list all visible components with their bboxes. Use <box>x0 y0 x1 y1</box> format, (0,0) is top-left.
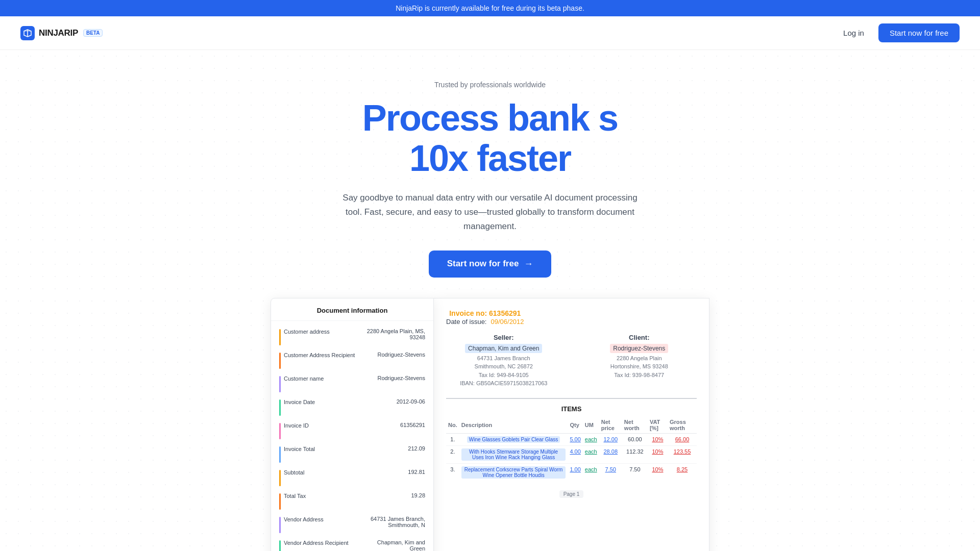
logo-area: NINJARIP BETA <box>20 26 103 40</box>
field-label: Subtotal <box>284 469 304 477</box>
item-netprice: 12.00 <box>599 433 622 445</box>
field-label-wrap: Customer name <box>279 375 351 392</box>
parties-row: Seller: Chapman, Kim and Green 64731 Jam… <box>446 334 697 388</box>
client-tax: Tax Id: 939-98-8477 <box>582 371 697 380</box>
preview-area: Document information Customer address 22… <box>260 298 720 551</box>
banner-text: NinjaRip is currently available for free… <box>396 4 584 12</box>
field-color-dot <box>279 517 281 533</box>
start-hero-button[interactable]: Start now for free → <box>429 251 552 278</box>
field-label-wrap: Subtotal <box>279 469 351 486</box>
field-label: Customer name <box>284 375 324 383</box>
logo-beta-badge: BETA <box>83 29 103 37</box>
field-color-dot <box>279 446 281 463</box>
hero-title: Process bank s 10x faster <box>10 98 970 179</box>
field-value: 19.28 <box>411 492 425 498</box>
item-desc: Wine Glasses Goblets Pair Clear Glass <box>459 433 568 445</box>
panel-left: Document information Customer address 22… <box>271 298 434 551</box>
field-label: Customer address <box>284 328 330 336</box>
seller-name: Chapman, Kim and Green <box>465 344 542 353</box>
item-netprice: 7.50 <box>599 463 622 481</box>
login-button[interactable]: Log in <box>837 24 870 41</box>
item-networth: 60.00 <box>622 433 648 445</box>
field-label: Total Tax <box>284 492 306 500</box>
th-vat: VAT [%] <box>648 417 668 434</box>
invoice-no-block: Invoice no: 61356291 Date of issue: 09/0… <box>446 309 524 325</box>
item-vat: 10% <box>648 445 668 463</box>
field-row: Vendor Address 64731 James Branch, Smith… <box>271 513 433 536</box>
item-vat: 10% <box>648 463 668 481</box>
field-color-dot <box>279 329 281 345</box>
field-row: Invoice ID 61356291 <box>271 419 433 442</box>
field-label-wrap: Customer Address Recipient <box>279 352 355 369</box>
table-header-row: No. Description Qty UM Net price Net wor… <box>446 417 697 434</box>
document-preview-wrapper: Document information Customer address 22… <box>10 298 970 551</box>
logo-icon <box>20 26 35 40</box>
field-row: Customer name Rodriguez-Stevens <box>271 372 433 395</box>
doc-panels: Document information Customer address 22… <box>271 298 709 551</box>
item-um: each <box>583 445 599 463</box>
client-name: Rodriguez-Stevens <box>610 344 668 353</box>
item-no: 1. <box>446 433 459 445</box>
hero-subtitle: Say goodbye to manual data entry with ou… <box>342 191 638 234</box>
field-color-dot <box>279 423 281 439</box>
table-row: 2. With Hooks Stemware Storage Multiple … <box>446 445 697 463</box>
items-table: No. Description Qty UM Net price Net wor… <box>446 417 697 481</box>
item-gross: 8.25 <box>668 463 697 481</box>
field-row: Vendor Address Recipient Chapman, Kim an… <box>271 536 433 551</box>
items-table-body: 1. Wine Glasses Goblets Pair Clear Glass… <box>446 433 697 481</box>
table-row: 1. Wine Glasses Goblets Pair Clear Glass… <box>446 433 697 445</box>
field-label-wrap: Invoice ID <box>279 422 351 439</box>
hero-title-line1: Process bank s <box>362 97 618 138</box>
field-label: Vendor Address <box>284 516 324 523</box>
seller-address2: Smithmouth, NC 26872 <box>446 362 561 371</box>
panel-right: Invoice no: 61356291 Date of issue: 09/0… <box>434 298 709 551</box>
field-row: Subtotal 192.81 <box>271 466 433 489</box>
field-color-dot <box>279 493 281 510</box>
field-rows-container: Customer address 2280 Angela Plain, MS, … <box>271 325 433 551</box>
client-address2: Hortonshire, MS 93248 <box>582 362 697 371</box>
top-banner: NinjaRip is currently available for free… <box>0 0 980 16</box>
field-row: Total Tax 19.28 <box>271 489 433 513</box>
hero-title-line2: 10x faster <box>409 138 571 179</box>
field-value: 212.09 <box>408 445 425 452</box>
item-desc: With Hooks Stemware Storage Multiple Use… <box>459 445 568 463</box>
field-label-wrap: Vendor Address <box>279 516 351 533</box>
arrow-icon: → <box>524 259 533 269</box>
field-label-wrap: Invoice Date <box>279 398 351 416</box>
nav-actions: Log in Start now for free <box>837 23 960 42</box>
table-row: 3. Replacement Corkscrew Parts Spiral Wo… <box>446 463 697 481</box>
item-desc: Replacement Corkscrew Parts Spiral Worm … <box>459 463 568 481</box>
invoice-no-row: Invoice no: 61356291 <box>449 309 521 317</box>
item-gross: 66.00 <box>668 433 697 445</box>
field-row: Customer address 2280 Angela Plain, MS, … <box>271 325 433 348</box>
logo-text: NINJARIP <box>39 28 78 38</box>
field-label: Vendor Address Recipient <box>284 539 349 547</box>
th-qty: Qty <box>568 417 582 434</box>
item-netprice: 28.08 <box>599 445 622 463</box>
start-nav-button[interactable]: Start now for free <box>878 23 960 42</box>
field-row: Customer Address Recipient Rodriguez-Ste… <box>271 348 433 372</box>
seller-iban: IBAN: GB50ACIE59715038217063 <box>446 379 561 388</box>
items-title: ITEMS <box>446 405 697 413</box>
trusted-text: Trusted by professionals worldwide <box>10 81 970 89</box>
page-badge: Page 1 <box>559 490 584 498</box>
client-block: Client: Rodriguez-Stevens 2280 Angela Pl… <box>582 334 697 388</box>
start-hero-label: Start now for free <box>447 259 519 269</box>
page-badge-wrap: Page 1 <box>446 485 697 498</box>
panel-left-title: Document information <box>271 307 433 321</box>
field-label-wrap: Invoice Total <box>279 445 351 463</box>
client-label: Client: <box>582 334 697 341</box>
field-color-dot <box>279 399 281 416</box>
field-color-dot <box>279 470 281 486</box>
invoice-date-row: Date of issue: 09/06/2012 <box>446 318 524 325</box>
field-value: 2012-09-06 <box>397 398 425 405</box>
item-gross: 123.55 <box>668 445 697 463</box>
hero-section: Trusted by professionals worldwide Proce… <box>0 50 980 551</box>
field-value: 64731 James Branch, Smithmouth, N <box>364 516 425 528</box>
field-color-dot <box>279 353 281 369</box>
field-row: Invoice Date 2012-09-06 <box>271 395 433 419</box>
item-um: each <box>583 463 599 481</box>
field-label: Invoice Date <box>284 398 315 406</box>
field-value: Rodriguez-Stevens <box>377 352 425 358</box>
field-label-wrap: Customer address <box>279 328 351 345</box>
